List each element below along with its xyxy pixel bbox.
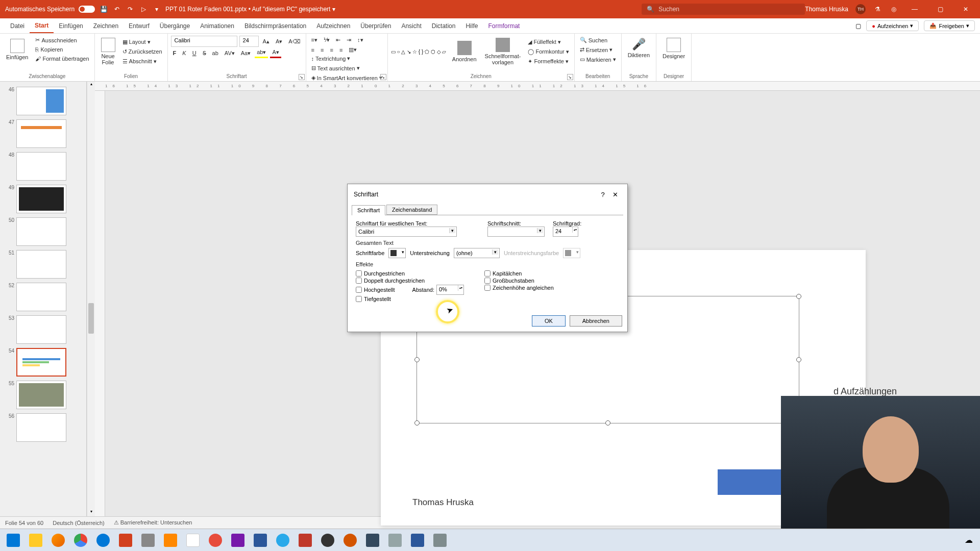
- file-explorer-icon[interactable]: [26, 531, 46, 549]
- tab-formformat[interactable]: Formformat: [483, 19, 525, 33]
- tray-weather-icon[interactable]: ☁: [965, 535, 973, 545]
- slide-thumbnail-48[interactable]: [16, 152, 66, 181]
- shadow-icon[interactable]: ab: [210, 49, 220, 57]
- underline-combo[interactable]: (ohne): [454, 248, 500, 258]
- copy-button[interactable]: ⎘ Kopieren: [33, 45, 91, 54]
- powerpoint-icon[interactable]: [115, 531, 136, 549]
- slide-thumbnail-49[interactable]: [16, 185, 66, 213]
- tab-hilfe[interactable]: Hilfe: [460, 19, 483, 33]
- font-color-picker[interactable]: [388, 248, 406, 258]
- tab-zeichnen[interactable]: Zeichnen: [88, 19, 124, 33]
- tab-ueberpruefen[interactable]: Überprüfen: [355, 19, 396, 33]
- app-icon-9[interactable]: [362, 531, 383, 549]
- char-spacing-icon[interactable]: AV▾: [223, 49, 237, 58]
- western-font-combo[interactable]: Calibri: [356, 227, 457, 237]
- strikethrough-icon[interactable]: S̶: [201, 49, 208, 58]
- select-button[interactable]: ▭ Markieren ▾: [578, 55, 618, 64]
- minimize-button[interactable]: ―: [905, 0, 924, 18]
- offset-spinner[interactable]: 0%: [436, 285, 464, 295]
- find-button[interactable]: 🔍 Suchen: [578, 36, 618, 44]
- section-button[interactable]: ☰ Abschnitt ▾: [120, 57, 164, 66]
- app-icon-1[interactable]: ◎: [889, 5, 898, 14]
- tab-ansicht[interactable]: Ansicht: [396, 19, 426, 33]
- paste-button[interactable]: Einfügen: [3, 37, 31, 62]
- align-left-icon[interactable]: ≡: [309, 46, 316, 54]
- convert-smartart-button[interactable]: ◈ In SmartArt konvertieren ▾: [309, 73, 384, 82]
- cancel-button[interactable]: Abbrechen: [570, 315, 622, 327]
- start-from-beginning-icon[interactable]: ▷: [139, 5, 148, 14]
- dialog-close-button[interactable]: ✕: [609, 188, 621, 201]
- clear-formatting-icon[interactable]: A⌫: [286, 37, 302, 46]
- record-button[interactable]: ●Aufzeichnen▾: [866, 20, 919, 31]
- autosave-toggle[interactable]: [79, 6, 95, 13]
- format-painter-button[interactable]: 🖌 Format übertragen: [33, 55, 91, 63]
- strikethrough-checkbox[interactable]: Durchgestrichen: [356, 270, 464, 277]
- dictate-button[interactable]: 🎤Diktieren: [625, 36, 653, 60]
- coming-soon-icon[interactable]: ⚗: [873, 5, 882, 14]
- font-size-spinner[interactable]: 24: [553, 227, 578, 237]
- tab-entwurf[interactable]: Entwurf: [124, 19, 155, 33]
- superscript-checkbox[interactable]: Hochgestellt: [356, 287, 395, 293]
- tab-uebergaenge[interactable]: Übergänge: [155, 19, 195, 33]
- redo-icon[interactable]: ↷: [126, 5, 135, 14]
- highlight-icon[interactable]: ab▾: [255, 48, 268, 58]
- shape-effects-button[interactable]: ✦ Formeffekte ▾: [526, 57, 571, 66]
- close-button[interactable]: ✕: [957, 0, 975, 18]
- onenote-icon[interactable]: [228, 531, 248, 549]
- maximize-button[interactable]: ▢: [931, 0, 949, 18]
- slide-thumbnail-50[interactable]: [16, 217, 66, 246]
- arrange-button[interactable]: Anordnen: [449, 39, 480, 64]
- align-center-icon[interactable]: ≡: [318, 46, 326, 54]
- tab-bildschirmpraesentation[interactable]: Bildschirmpräsentation: [239, 19, 311, 33]
- paragraph-dialog-launcher[interactable]: ↘: [380, 74, 386, 80]
- shape-fill-button[interactable]: ◢ Fülleffekt ▾: [526, 38, 571, 46]
- equalize-checkbox[interactable]: Zeichenhöhe angleichen: [484, 285, 554, 291]
- app-icon-11[interactable]: [430, 531, 450, 549]
- subscript-checkbox[interactable]: Tiefgestellt: [356, 296, 464, 302]
- designer-button[interactable]: Designer: [659, 36, 688, 61]
- tab-animationen[interactable]: Animationen: [195, 19, 239, 33]
- font-color-icon[interactable]: A▾: [270, 48, 281, 58]
- language-status[interactable]: Deutsch (Österreich): [53, 520, 104, 526]
- shapes-gallery[interactable]: ▭ ○ △ ↘ ☆ { } ⬠ ⬡ ◇ ▱: [391, 49, 447, 55]
- columns-icon[interactable]: ▥▾: [347, 45, 359, 54]
- cut-button[interactable]: ✂ Ausschneiden: [33, 36, 91, 44]
- double-strikethrough-checkbox[interactable]: Doppelt durchgestrichen: [356, 278, 464, 284]
- accessibility-status[interactable]: ⚠ Barrierefreiheit: Untersuchen: [114, 519, 192, 526]
- dialog-tab-spacing[interactable]: Zeichenabstand: [386, 205, 437, 215]
- app-icon-4[interactable]: [205, 531, 226, 549]
- tab-datei[interactable]: Datei: [5, 19, 30, 33]
- italic-icon[interactable]: K: [180, 49, 188, 57]
- app-icon-8[interactable]: [340, 531, 360, 549]
- app-icon-2[interactable]: [138, 531, 158, 549]
- bold-icon[interactable]: F: [171, 49, 179, 57]
- bullets-icon[interactable]: ≡▾: [309, 36, 320, 44]
- slide-thumbnail-54[interactable]: [16, 348, 66, 377]
- user-avatar[interactable]: TH: [855, 4, 866, 14]
- decrease-font-icon[interactable]: A▾: [274, 37, 284, 46]
- all-caps-checkbox[interactable]: Großbuchstaben: [484, 278, 554, 284]
- underline-icon[interactable]: U: [190, 49, 199, 57]
- align-text-button[interactable]: ⊟ Text ausrichten ▾: [309, 64, 384, 72]
- app-icon-3[interactable]: [183, 531, 203, 549]
- share-button[interactable]: 📤Freigeben▾: [924, 20, 975, 31]
- slide-thumbnail-55[interactable]: [16, 381, 66, 409]
- search-box[interactable]: 🔍 Suchen: [642, 4, 805, 15]
- layout-button[interactable]: ▦ Layout ▾: [120, 38, 164, 46]
- app-icon-5[interactable]: [250, 531, 271, 549]
- dialog-help-button[interactable]: ?: [597, 188, 609, 201]
- increase-font-icon[interactable]: A▴: [261, 37, 272, 46]
- font-style-combo[interactable]: [487, 227, 545, 237]
- slide-thumbnail-53[interactable]: [16, 315, 66, 344]
- chrome-icon[interactable]: [70, 531, 91, 549]
- align-right-icon[interactable]: ≡: [328, 46, 335, 54]
- font-name-combo[interactable]: Calibri: [171, 36, 237, 47]
- increase-indent-icon[interactable]: ⇥: [345, 36, 353, 44]
- undo-icon[interactable]: ↶: [112, 5, 121, 14]
- slide-counter[interactable]: Folie 54 von 60: [5, 520, 43, 526]
- slide-thumbnail-52[interactable]: [16, 283, 66, 311]
- text-direction-button[interactable]: ↕ Textrichtung ▾: [309, 54, 384, 63]
- tab-start[interactable]: Start: [30, 19, 54, 33]
- system-tray[interactable]: ☁: [965, 535, 977, 545]
- dialog-tab-font[interactable]: Schriftart: [352, 205, 385, 215]
